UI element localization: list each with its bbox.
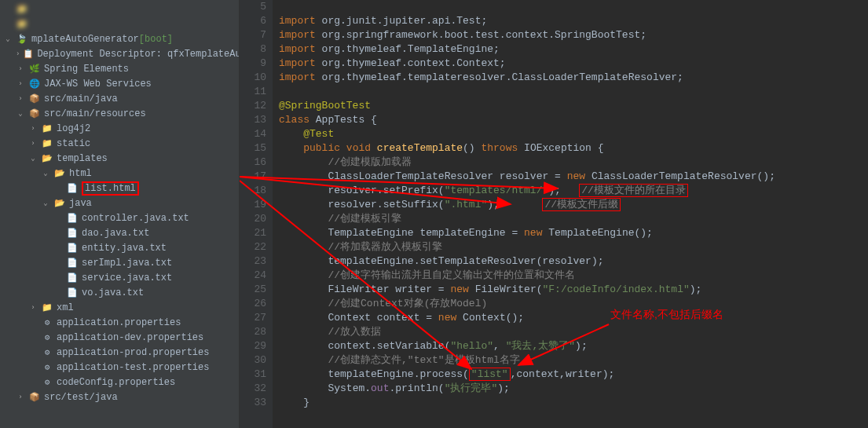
- tree-label: src/main/resources: [44, 108, 146, 119]
- code-line-6[interactable]: import org.junit.jupiter.api.Test;: [279, 14, 868, 28]
- tree-item-xml[interactable]: ›📁xml: [0, 300, 239, 315]
- project-explorer[interactable]: 📁📁⌄🍃mplateAutoGenerator [boot]›📋Deployme…: [0, 0, 240, 428]
- code-line-33[interactable]: }: [279, 396, 868, 410]
- expand-icon[interactable]: ›: [28, 125, 38, 133]
- tree-item-Spring Elements[interactable]: ›🌿Spring Elements: [0, 61, 239, 76]
- line-number: 18: [249, 184, 266, 198]
- line-number: 32: [249, 382, 266, 396]
- tree-item-log4j2[interactable]: ›📁log4j2: [0, 121, 239, 136]
- tree-item-dao.java.txt[interactable]: 📄dao.java.txt: [0, 225, 239, 240]
- tree-item-JAX-WS Web Services[interactable]: ›🌐JAX-WS Web Services: [0, 76, 239, 91]
- annotation-filename: 文件名称,不包括后缀名: [610, 308, 723, 322]
- tree-item-src/main/java[interactable]: ›📦src/main/java: [0, 91, 239, 106]
- folder-open-icon: 📂: [41, 152, 53, 165]
- expand-icon[interactable]: ›: [28, 140, 38, 148]
- tree-item-mplateAutoGenerator[interactable]: ⌄🍃mplateAutoGenerator [boot]: [0, 31, 239, 46]
- tree-item-src/main/resources[interactable]: ⌄📦src/main/resources: [0, 106, 239, 121]
- expand-icon[interactable]: ›: [16, 95, 25, 103]
- tree-item-html[interactable]: ⌄📂html: [0, 166, 239, 181]
- code-line-9[interactable]: import org.thymeleaf.context.Context;: [279, 57, 868, 71]
- code-line-20[interactable]: //创建模板引擎: [279, 212, 868, 226]
- tree-item-0[interactable]: 📁: [0, 2, 239, 16]
- code-line-28[interactable]: //放入数据: [279, 325, 868, 339]
- line-number: 23: [249, 254, 266, 269]
- line-number: 10: [249, 71, 266, 85]
- tree-label: controller.java.txt: [82, 213, 189, 224]
- tree-item-list.html[interactable]: 📄list.html: [0, 181, 239, 196]
- code-line-32[interactable]: System.out.println("执行完毕");: [279, 382, 868, 396]
- line-number: 14: [249, 127, 266, 141]
- tree-item-src/test/java[interactable]: ›📦src/test/java: [0, 390, 239, 404]
- code-line-5[interactable]: [279, 0, 868, 14]
- tree-label: src/test/java: [44, 392, 118, 403]
- tree-item-controller.java.txt[interactable]: 📄controller.java.txt: [0, 210, 239, 225]
- code-line-26[interactable]: //创建Context对象(存放Model): [279, 297, 868, 311]
- code-line-31[interactable]: templateEngine.process("list",context,wr…: [279, 368, 868, 382]
- tree-item-java[interactable]: ⌄📂java: [0, 196, 239, 210]
- tree-label: xml: [57, 302, 74, 313]
- expand-icon[interactable]: ⌄: [16, 109, 25, 118]
- tree-item-service.java.txt[interactable]: 📄service.java.txt: [0, 270, 239, 285]
- line-number: 24: [249, 269, 266, 283]
- line-number: 9: [249, 57, 266, 71]
- code-editor[interactable]: 5678910111213141516171819202122232425262…: [240, 0, 868, 428]
- tree-item-entity.java.txt[interactable]: 📄entity.java.txt: [0, 240, 239, 255]
- code-line-30[interactable]: //创建静态文件,"text"是模板html名字: [279, 353, 868, 368]
- code-line-10[interactable]: import org.thymeleaf.templateresolver.Cl…: [279, 71, 868, 85]
- code-area[interactable]: import org.junit.jupiter.api.Test;import…: [273, 0, 868, 428]
- code-line-18[interactable]: resolver.setPrefix("templates/html/"); /…: [279, 184, 868, 198]
- src-icon: 📦: [28, 93, 41, 105]
- tree-label: Deployment Descriptor: qfxTemplateAutoGe: [37, 49, 240, 60]
- expand-icon[interactable]: ›: [16, 393, 25, 401]
- tree-item-application-prod.properties[interactable]: ⚙application-prod.properties: [0, 345, 239, 360]
- code-line-22[interactable]: //将加载器放入模板引擎: [279, 240, 868, 254]
- expand-icon[interactable]: ›: [16, 80, 25, 88]
- tree-item-1[interactable]: 📁: [0, 16, 239, 31]
- line-number: 29: [249, 339, 266, 353]
- expand-icon[interactable]: ⌄: [3, 35, 13, 43]
- code-line-14[interactable]: @Test: [279, 127, 868, 141]
- code-line-24[interactable]: //创建字符输出流并且自定义输出文件的位置和文件名: [279, 269, 868, 283]
- expand-icon[interactable]: ⌄: [41, 199, 50, 207]
- file-icon: 📄: [66, 257, 79, 269]
- expand-icon[interactable]: ›: [16, 50, 20, 58]
- line-number: 33: [249, 396, 266, 410]
- code-line-17[interactable]: ClassLoaderTemplateResolver resolver = n…: [279, 170, 868, 184]
- code-line-23[interactable]: templateEngine.setTemplateResolver(resol…: [279, 254, 868, 269]
- code-line-11[interactable]: [279, 85, 868, 99]
- tree-label: application.properties: [57, 317, 181, 328]
- project-icon: 📁: [16, 18, 28, 31]
- tree-label: application-dev.properties: [57, 332, 203, 343]
- tree-item-Deployment Descriptor: qfxTemplateAutoGe[interactable]: ›📋Deployment Descriptor: qfxTemplateAuto…: [0, 46, 239, 61]
- tree-item-templates[interactable]: ⌄📂templates: [0, 151, 239, 166]
- expand-icon[interactable]: ›: [28, 304, 38, 312]
- code-line-12[interactable]: @SpringBootTest: [279, 99, 868, 113]
- tree-label: service.java.txt: [82, 273, 172, 284]
- tree-item-serImpl.java.txt[interactable]: 📄serImpl.java.txt: [0, 255, 239, 270]
- code-line-7[interactable]: import org.springframework.boot.test.con…: [279, 28, 868, 42]
- code-line-27[interactable]: Context context = new Context();: [279, 311, 868, 325]
- code-line-15[interactable]: public void createTemplate() throws IOEx…: [279, 141, 868, 155]
- props-icon: ⚙: [41, 361, 53, 374]
- code-line-21[interactable]: TemplateEngine templateEngine = new Temp…: [279, 226, 868, 240]
- expand-icon[interactable]: ›: [16, 65, 25, 73]
- tree-label: java: [69, 198, 92, 209]
- expand-icon[interactable]: ⌄: [28, 154, 38, 163]
- code-line-13[interactable]: class AppTests {: [279, 113, 868, 127]
- code-line-8[interactable]: import org.thymeleaf.TemplateEngine;: [279, 42, 868, 57]
- file-icon: 📄: [66, 227, 79, 240]
- tree-item-application.properties[interactable]: ⚙application.properties: [0, 315, 239, 330]
- code-line-29[interactable]: context.setVariable("hello", "我去,太赞了");: [279, 339, 868, 353]
- code-line-19[interactable]: resolver.setSuffix(".html"); //模板文件后缀: [279, 198, 868, 212]
- code-line-25[interactable]: FileWriter writer = new FileWriter("F:/c…: [279, 283, 868, 297]
- spring-leaf-icon: 🌿: [28, 63, 41, 75]
- tree-item-vo.java.txt[interactable]: 📄vo.java.txt: [0, 285, 239, 300]
- line-number: 8: [249, 42, 266, 57]
- code-line-16[interactable]: //创建模版加载器: [279, 155, 868, 170]
- tree-item-application-test.properties[interactable]: ⚙application-test.properties: [0, 360, 239, 375]
- expand-icon[interactable]: ⌄: [41, 169, 50, 177]
- tree-item-codeConfig.properties[interactable]: ⚙codeConfig.properties: [0, 375, 239, 390]
- line-number: 30: [249, 353, 266, 368]
- tree-item-static[interactable]: ›📁static: [0, 136, 239, 151]
- tree-item-application-dev.properties[interactable]: ⚙application-dev.properties: [0, 330, 239, 345]
